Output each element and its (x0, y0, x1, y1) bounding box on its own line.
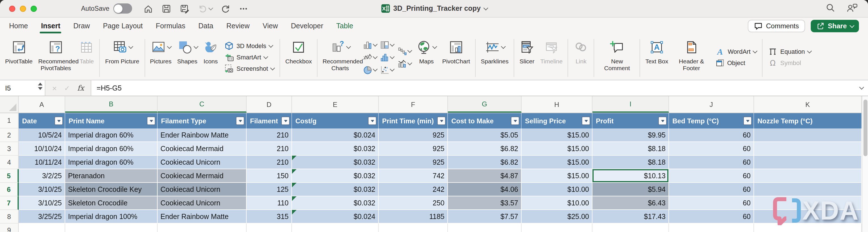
equation-button[interactable]: Equation (769, 47, 811, 56)
pivotchart-button[interactable]: PivotChart (440, 37, 472, 65)
tab-table[interactable]: Table (336, 17, 353, 35)
header-cell-E1[interactable]: Cost/g (292, 113, 379, 128)
home-icon[interactable] (144, 4, 153, 13)
cell-K4[interactable] (754, 156, 862, 169)
histogram-chart-button[interactable] (380, 52, 394, 62)
header-cell-C1[interactable]: Filament Type (158, 113, 247, 128)
cell-F5[interactable]: 742 (379, 169, 448, 183)
cell-K7[interactable] (754, 196, 862, 210)
icons-button[interactable]: Icons (201, 37, 220, 65)
name-box-stepper[interactable] (38, 83, 42, 90)
cell-G6[interactable]: $4.06 (448, 183, 522, 196)
cell-A3[interactable]: 10/10/24 (19, 142, 65, 156)
cell-C3[interactable]: Cookiecad Mermaid (158, 142, 247, 156)
cell-I5[interactable]: $10.13 (592, 169, 669, 183)
maps-button[interactable]: Maps (415, 37, 438, 65)
cell-G5[interactable]: $4.87 (448, 169, 522, 183)
row-header-8[interactable]: 8 (0, 210, 19, 224)
text-box-button[interactable]: A Text Box (644, 37, 670, 65)
cell-K5[interactable] (754, 169, 862, 183)
cell-C7[interactable]: Cookiecad Unicorn (158, 196, 247, 210)
column-header-K[interactable]: K (754, 96, 862, 113)
cell-E5[interactable]: $0.032 (292, 169, 379, 183)
recommended-charts-button[interactable]: ? Recommended Charts (321, 37, 360, 72)
cell-K8[interactable] (754, 210, 862, 224)
cell-D4[interactable]: 210 (247, 156, 292, 169)
recommended-pivottables-button[interactable]: ? Recommended PivotTables (37, 37, 75, 72)
header-cell-H1[interactable]: Selling Price (522, 113, 592, 128)
cell-F6[interactable]: 242 (379, 183, 448, 196)
combo-chart-button[interactable] (397, 59, 411, 68)
people-icon[interactable] (846, 3, 858, 14)
cell-E9[interactable] (292, 224, 379, 232)
tab-view[interactable]: View (263, 17, 278, 35)
scatter-chart-button[interactable] (380, 65, 394, 74)
pivot-table-button[interactable]: PivotTable (3, 37, 34, 65)
cell-G2[interactable]: $5.05 (448, 128, 522, 142)
cell-D8[interactable]: 315 (247, 210, 292, 224)
filter-button-I[interactable] (658, 117, 667, 125)
cell-J3[interactable]: 60 (669, 142, 754, 156)
cell-B3[interactable]: Imperial dragon 60% (65, 142, 158, 156)
filter-button-B[interactable] (147, 117, 155, 125)
minimize-window-button[interactable] (20, 5, 26, 11)
share-button[interactable]: Share (811, 20, 859, 32)
comments-button[interactable]: Comments (748, 20, 805, 32)
tab-developer[interactable]: Developer (291, 17, 323, 35)
row-header-2[interactable]: 2 (0, 128, 19, 142)
insert-function-icon[interactable]: fx (78, 84, 84, 92)
filter-button-C[interactable] (236, 117, 244, 125)
row-header-9[interactable]: 9 (0, 224, 19, 232)
waterfall-chart-button[interactable] (397, 46, 411, 56)
cell-E4[interactable]: $0.032 (292, 156, 379, 169)
cell-C6[interactable]: Cookiecad Unicorn (158, 183, 247, 196)
header-cell-J1[interactable]: Bed Temp (°C) (669, 113, 754, 128)
cell-C9[interactable] (158, 224, 247, 232)
screenshot-button[interactable]: Screenshot (224, 64, 274, 73)
cell-I6[interactable]: $5.94 (592, 183, 669, 196)
cell-J4[interactable]: 60 (669, 156, 754, 169)
pie-chart-button[interactable] (363, 65, 377, 74)
column-header-H[interactable]: H (522, 96, 592, 113)
cell-D5[interactable]: 150 (247, 169, 292, 183)
cell-H2[interactable]: $15.00 (522, 128, 592, 142)
treemap-chart-button[interactable] (380, 40, 394, 49)
cell-F8[interactable]: 1185 (379, 210, 448, 224)
column-chart-button[interactable] (363, 40, 377, 49)
formula-bar-expand-icon[interactable] (859, 85, 864, 89)
cell-A7[interactable]: 3/10/25 (19, 196, 65, 210)
tab-insert[interactable]: Insert (41, 17, 60, 35)
column-header-C[interactable]: C (158, 96, 247, 113)
row-header-5[interactable]: 5 (0, 169, 19, 183)
cell-H7[interactable]: $10.00 (522, 196, 592, 210)
cell-B4[interactable]: Imperial dragon 60% (65, 156, 158, 169)
cell-F7[interactable]: 250 (379, 196, 448, 210)
row-header-6[interactable]: 6 (0, 183, 19, 196)
cell-D7[interactable]: 110 (247, 196, 292, 210)
cell-K3[interactable] (754, 142, 862, 156)
save-icon[interactable] (162, 4, 171, 13)
header-cell-F1[interactable]: Print Time (min) (379, 113, 448, 128)
column-header-F[interactable]: F (379, 96, 448, 113)
cell-I8[interactable]: $17.43 (592, 210, 669, 224)
cell-E2[interactable]: $0.024 (292, 128, 379, 142)
column-header-B[interactable]: B (65, 96, 158, 113)
header-cell-A1[interactable]: Date (19, 113, 65, 128)
cell-B8[interactable]: Imperial dragon 100% (65, 210, 158, 224)
row-header-3[interactable]: 3 (0, 142, 19, 156)
row-header-4[interactable]: 4 (0, 156, 19, 169)
cell-B6[interactable]: Skeleton Crocodile Key (65, 183, 158, 196)
wordart-button[interactable]: A WordArt (715, 47, 756, 56)
filter-button-H[interactable] (582, 117, 590, 125)
cell-G9[interactable] (448, 224, 522, 232)
tab-draw[interactable]: Draw (73, 17, 90, 35)
cell-F4[interactable]: 925 (379, 156, 448, 169)
cell-I3[interactable]: $8.18 (592, 142, 669, 156)
filter-button-J[interactable] (743, 117, 752, 125)
cell-I9[interactable] (592, 224, 669, 232)
cell-E8[interactable]: $0.024 (292, 210, 379, 224)
row-header-1[interactable]: 1 (0, 113, 19, 128)
object-button[interactable]: Object (715, 58, 756, 67)
column-header-E[interactable]: E (292, 96, 379, 113)
cell-E7[interactable]: $0.032 (292, 196, 379, 210)
